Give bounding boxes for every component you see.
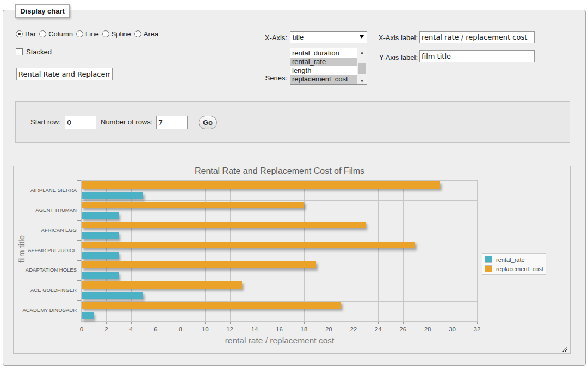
x-tick-label: 14 xyxy=(246,326,263,333)
y-tick-mark xyxy=(77,280,81,281)
y-tick-mark xyxy=(77,220,81,221)
x-tick-label: 0 xyxy=(73,326,90,333)
x-axis-label-input[interactable] xyxy=(419,31,535,43)
bar-rental_rate xyxy=(82,292,143,299)
grid-vline xyxy=(428,181,428,321)
stacked-row: Stacked xyxy=(16,48,52,56)
chart-type-option-column: Column xyxy=(39,30,73,38)
bar-replacement_cost xyxy=(82,281,242,289)
legend-row-rental_rate: rental_rate xyxy=(482,255,546,264)
series-option-rental_duration[interactable]: rental_duration xyxy=(290,49,357,58)
bar-replacement_cost xyxy=(82,261,316,268)
legend-label-replacement_cost: replacement_cost xyxy=(496,266,543,272)
x-tick-label: 24 xyxy=(370,326,386,333)
x-tick-label: 16 xyxy=(271,326,288,333)
x-tick-mark xyxy=(477,322,478,324)
series-option-replacement_cost[interactable]: replacement_cost xyxy=(290,75,357,84)
chart-type-option-bar: Bar xyxy=(16,30,36,38)
chart-container: Rental Rate and Replacement Cost of Film… xyxy=(13,166,571,354)
x-tick-label: 22 xyxy=(345,326,362,333)
chart-type-radio-group: BarColumnLineSplineArea xyxy=(16,30,158,38)
category-label: AGENT TRUMAN xyxy=(16,208,77,213)
grid-vline xyxy=(354,181,354,321)
chart-legend: rental_ratereplacement_cost xyxy=(482,253,546,275)
stacked-checkbox[interactable] xyxy=(16,48,23,55)
x-tick-label: 28 xyxy=(419,326,436,333)
radio-label-bar: Bar xyxy=(25,30,36,38)
x-tick-label: 20 xyxy=(320,326,337,333)
x-axis-select-value: title xyxy=(293,33,304,41)
radio-label-spline: Spline xyxy=(112,30,131,38)
bar-replacement_cost xyxy=(82,242,415,249)
grid-vline xyxy=(378,181,379,321)
x-tick-mark xyxy=(82,322,82,324)
x-tick-label: 12 xyxy=(222,326,238,333)
legend-swatch-replacement_cost xyxy=(485,265,492,272)
x-tick-mark xyxy=(329,322,329,324)
x-tick-mark xyxy=(428,322,428,324)
x-tick-mark xyxy=(181,322,181,324)
series-label: Series: xyxy=(222,74,287,82)
y-tick-mark xyxy=(77,240,81,241)
x-tick-label: 2 xyxy=(98,326,114,333)
y-tick-mark xyxy=(77,300,81,301)
bar-rental_rate xyxy=(82,232,119,239)
legend-label-rental_rate: rental_rate xyxy=(496,256,525,263)
y-axis-label-label: Y-Axis label: xyxy=(352,53,418,61)
start-row-label: Start row: xyxy=(30,118,61,126)
go-button[interactable]: Go xyxy=(199,116,217,129)
category-label: AFRICAN EGG xyxy=(16,228,77,233)
chart-x-axis-title: rental rate / replacement cost xyxy=(81,336,478,346)
radio-bar[interactable] xyxy=(16,30,23,37)
x-tick-label: 32 xyxy=(469,326,485,333)
bar-rental_rate xyxy=(82,192,143,199)
x-tick-mark xyxy=(304,322,305,324)
chart-title-input[interactable] xyxy=(16,68,113,80)
category-label: ACADEMY DINOSAUR xyxy=(16,308,77,313)
radio-area[interactable] xyxy=(134,30,141,37)
num-rows-input[interactable] xyxy=(156,116,188,129)
x-tick-mark xyxy=(354,322,354,324)
x-tick-label: 10 xyxy=(197,326,213,333)
legend-row-replacement_cost: replacement_cost xyxy=(482,264,546,273)
chart-type-option-spline: Spline xyxy=(102,30,131,38)
bar-replacement_cost xyxy=(82,302,341,309)
series-option-length[interactable]: length xyxy=(290,66,357,75)
x-tick-label: 4 xyxy=(123,326,139,333)
radio-spline[interactable] xyxy=(102,30,109,37)
y-tick-mark xyxy=(77,321,81,321)
radio-column[interactable] xyxy=(39,30,46,37)
category-label: AIRPLANE SIERRA xyxy=(16,187,77,193)
chart-y-axis-title: film title xyxy=(17,235,26,263)
x-axis-select-label: X-Axis: xyxy=(222,34,287,42)
x-tick-mark xyxy=(156,322,156,324)
x-tick-mark xyxy=(205,322,206,324)
bar-rental_rate xyxy=(82,212,119,220)
scrollbar-thumb[interactable] xyxy=(358,63,366,74)
y-axis-label-input[interactable] xyxy=(419,50,535,62)
x-tick-label: 8 xyxy=(172,326,189,333)
y-tick-mark xyxy=(77,180,81,181)
start-row-input[interactable] xyxy=(65,116,96,129)
x-tick-label: 18 xyxy=(296,326,312,333)
bar-rental_rate xyxy=(82,252,119,259)
radio-label-area: Area xyxy=(144,30,158,38)
bar-rental_rate xyxy=(82,272,119,279)
x-tick-mark xyxy=(106,322,107,324)
radio-line[interactable] xyxy=(76,30,83,37)
chart-type-option-line: Line xyxy=(76,30,99,38)
grid-vline xyxy=(403,181,404,321)
category-label: ADAPTATION HOLES xyxy=(16,267,77,273)
x-tick-label: 26 xyxy=(395,326,411,333)
grid-vline xyxy=(453,181,453,321)
x-tick-mark xyxy=(403,322,404,324)
grid-vline xyxy=(304,181,305,321)
stacked-label: Stacked xyxy=(26,48,52,56)
num-rows-label: Number of rows: xyxy=(101,118,152,126)
y-tick-mark xyxy=(77,200,81,200)
scrollbar-down-icon[interactable]: ▼ xyxy=(357,77,367,85)
series-option-rental_rate[interactable]: rental_rate xyxy=(290,58,357,66)
row-controls-panel: Start row: Number of rows: Go xyxy=(15,101,570,143)
x-tick-label: 30 xyxy=(444,326,461,333)
x-tick-mark xyxy=(280,322,280,324)
